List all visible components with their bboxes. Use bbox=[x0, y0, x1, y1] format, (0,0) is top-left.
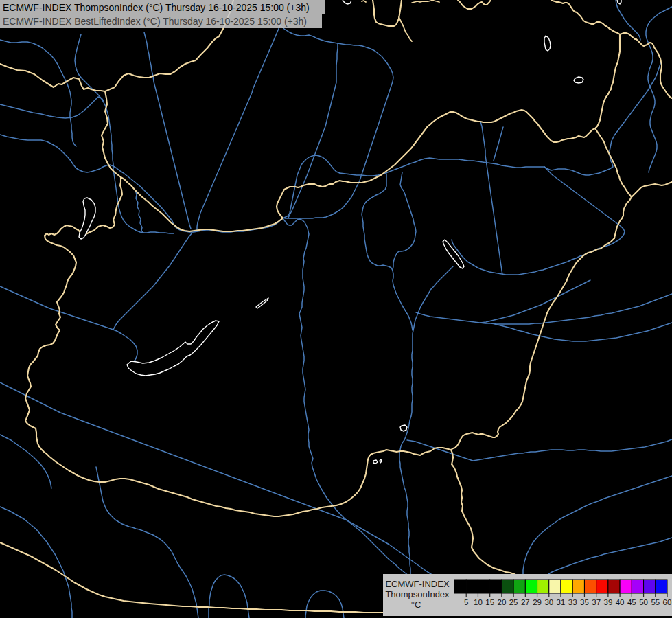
legend: ECMWF-INDEX ThompsonIndex °C 51015202527… bbox=[383, 574, 672, 616]
legend-swatch bbox=[549, 580, 561, 593]
lake-small bbox=[400, 425, 407, 431]
legend-tick-label: 15 bbox=[485, 598, 494, 606]
legend-tick-label: 30 bbox=[544, 598, 553, 606]
legend-tick-label: 29 bbox=[533, 598, 542, 606]
legend-title-line2: ThompsonIndex bbox=[385, 589, 450, 599]
legend-unit: °C bbox=[411, 599, 421, 610]
legend-tick-label: 27 bbox=[521, 598, 530, 606]
legend-swatch bbox=[537, 580, 549, 593]
legend-tick-label: 39 bbox=[603, 598, 612, 606]
legend-swatch bbox=[478, 580, 489, 593]
legend-swatch bbox=[620, 580, 632, 593]
legend-swatch bbox=[644, 580, 656, 593]
legend-tick-label: 20 bbox=[497, 598, 506, 606]
lake-small bbox=[574, 77, 583, 83]
legend-tick-label: 10 bbox=[474, 598, 483, 606]
legend-swatch bbox=[572, 580, 584, 593]
legend-tick-label: 25 bbox=[509, 598, 518, 606]
legend-swatch bbox=[656, 580, 667, 593]
legend-swatch bbox=[608, 580, 620, 593]
weather-map-canvas: ECMWF-INDEX ThompsonIndex (°C) Thursday … bbox=[0, 0, 672, 618]
weather-map-window: ECMWF-INDEX ThompsonIndex (°C) Thursday … bbox=[0, 0, 672, 618]
legend-swatch bbox=[513, 580, 525, 593]
legend-tick-label: 45 bbox=[627, 598, 636, 606]
legend-tick-label: 50 bbox=[639, 598, 648, 606]
legend-swatch bbox=[584, 580, 596, 593]
legend-tick-label: 37 bbox=[592, 598, 601, 606]
legend-swatch bbox=[561, 580, 572, 593]
legend-swatch bbox=[596, 580, 608, 593]
legend-tick-label: 35 bbox=[580, 598, 589, 606]
title-bars: ECMWF-INDEX ThompsonIndex (°C) Thursday … bbox=[0, 0, 325, 28]
map-background bbox=[0, 0, 672, 618]
legend-title-line1: ECMWF-INDEX bbox=[385, 579, 449, 589]
lake-small bbox=[373, 460, 378, 464]
legend-tick-label: 33 bbox=[568, 598, 577, 606]
legend-tick-label: 55 bbox=[651, 598, 660, 606]
legend-tick-label: 40 bbox=[616, 598, 625, 606]
legend-swatch bbox=[525, 580, 537, 593]
legend-swatch bbox=[454, 580, 466, 593]
map-title-line2: ECMWF-INDEX BestLiftedIndex (°C) Thursda… bbox=[3, 16, 307, 27]
legend-swatch bbox=[502, 580, 513, 593]
legend-swatch bbox=[466, 580, 478, 593]
lake-small bbox=[380, 459, 382, 463]
legend-tick-label: 31 bbox=[557, 598, 566, 606]
legend-tick-label: 5 bbox=[464, 598, 468, 606]
legend-color-scale: 51015202527293031333537394045505560 bbox=[454, 580, 671, 606]
legend-swatch bbox=[490, 580, 502, 593]
map-title-line1: ECMWF-INDEX ThompsonIndex (°C) Thursday … bbox=[3, 2, 310, 13]
legend-tick-label: 60 bbox=[663, 598, 672, 606]
legend-swatch bbox=[632, 580, 643, 593]
